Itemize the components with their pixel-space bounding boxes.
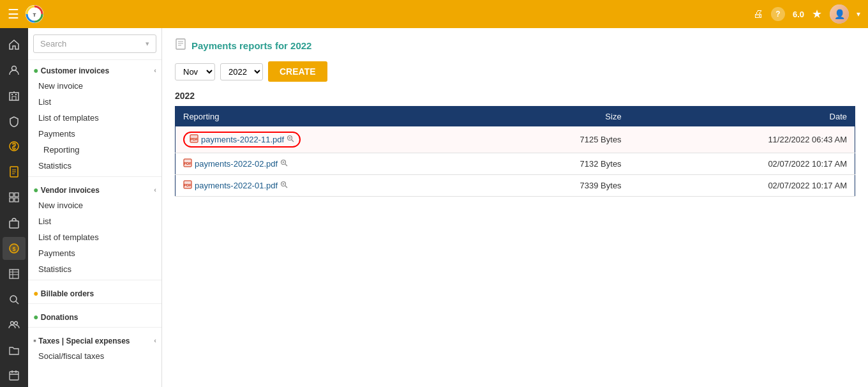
hamburger-icon[interactable]: ☰ bbox=[8, 6, 19, 22]
billable-orders-header[interactable]: ● Billable orders bbox=[28, 283, 161, 301]
col-reporting: Reporting bbox=[176, 107, 493, 127]
create-button[interactable]: CREATE bbox=[268, 61, 327, 82]
date-cell-1: 11/22/2022 06:43 AM bbox=[629, 126, 855, 153]
divider-3 bbox=[28, 303, 161, 304]
svg-rect-11 bbox=[10, 198, 13, 202]
size-cell-2: 7132 Bytes bbox=[493, 153, 629, 175]
pdf-icon-3: PDF bbox=[183, 180, 192, 191]
nav-new-invoice-customer[interactable]: New invoice bbox=[28, 78, 161, 94]
search-container: Search ▾ bbox=[28, 28, 161, 60]
zoom-icon-1[interactable] bbox=[287, 135, 294, 144]
table-row: PDF payments-2022-01.pdf bbox=[176, 175, 855, 197]
billable-orders-dot: ● bbox=[33, 288, 38, 298]
sidebar-icon-building[interactable] bbox=[3, 84, 26, 107]
file-cell-1: PDF payments-2022-11.pdf bbox=[176, 126, 493, 153]
nav-social-fiscal[interactable]: Social/fiscal taxes bbox=[28, 348, 161, 364]
svg-rect-17 bbox=[10, 269, 19, 278]
sidebar-icon-shield[interactable] bbox=[3, 110, 26, 133]
customer-invoices-label: Customer invoices bbox=[41, 66, 109, 75]
divider-2 bbox=[28, 280, 161, 280]
avatar-chevron-icon[interactable]: ▾ bbox=[857, 10, 860, 19]
file-link-3[interactable]: payments-2022-01.pdf bbox=[195, 181, 278, 190]
date-cell-2: 02/07/2022 10:17 AM bbox=[629, 153, 855, 175]
help-icon[interactable]: ? bbox=[771, 7, 785, 21]
page-header-icon bbox=[175, 38, 186, 52]
nav-list-vendor[interactable]: List bbox=[28, 213, 161, 229]
nav-statistics-vendor[interactable]: Statistics bbox=[28, 261, 161, 277]
content-area: Payments reports for 2022 JanFebMarApr M… bbox=[162, 28, 868, 387]
svg-point-19 bbox=[11, 322, 14, 325]
vendor-invoices-header[interactable]: ● Vendor invoices ‹ bbox=[28, 179, 161, 197]
vendor-invoices-dot: ● bbox=[33, 185, 38, 195]
search-placeholder: Search bbox=[40, 39, 66, 49]
sidebar-icon-folder[interactable] bbox=[3, 338, 26, 361]
icon-sidebar: $ bbox=[0, 28, 28, 387]
file-link-2[interactable]: payments-2022-02.pdf bbox=[195, 159, 278, 169]
sidebar-icon-dollar[interactable] bbox=[3, 135, 26, 158]
favorites-icon[interactable]: ★ bbox=[812, 7, 822, 21]
col-date: Date bbox=[629, 107, 855, 127]
page-header: Payments reports for 2022 bbox=[175, 38, 855, 52]
svg-rect-22 bbox=[176, 39, 185, 49]
svg-point-18 bbox=[10, 296, 17, 302]
svg-rect-6 bbox=[15, 94, 17, 95]
topbar: ☰ T 🖨 ? 6.0 ★ 👤 ▾ bbox=[0, 0, 868, 28]
sidebar-icon-invoice[interactable] bbox=[3, 160, 26, 183]
customer-invoices-header[interactable]: ● Customer invoices ‹ bbox=[28, 60, 161, 78]
date-cell-3: 02/07/2022 10:17 AM bbox=[629, 175, 855, 197]
nav-payments-customer[interactable]: Payments bbox=[28, 126, 161, 142]
sidebar-icon-calendar[interactable] bbox=[3, 364, 26, 387]
sidebar-icon-home[interactable] bbox=[3, 33, 26, 56]
billable-orders-label: Billable orders bbox=[41, 289, 94, 298]
nav-sidebar: Search ▾ ● Customer invoices ‹ New invoi… bbox=[28, 28, 162, 387]
file-cell-2: PDF payments-2022-02.pdf bbox=[176, 153, 493, 175]
pdf-icon-2: PDF bbox=[183, 158, 192, 169]
file-link-1[interactable]: payments-2022-11.pdf bbox=[201, 135, 284, 144]
nav-new-invoice-vendor[interactable]: New invoice bbox=[28, 197, 161, 213]
nav-statistics-customer[interactable]: Statistics bbox=[28, 158, 161, 174]
taxes-dot: ▪ bbox=[33, 335, 36, 345]
divider-1 bbox=[28, 176, 161, 177]
topbar-left: ☰ T bbox=[8, 5, 43, 23]
year-select[interactable]: 2022 2021 2020 bbox=[220, 63, 263, 80]
svg-rect-10 bbox=[15, 193, 19, 197]
table-row: PDF payments-2022-11.pdf bbox=[176, 126, 855, 153]
search-input[interactable]: Search ▾ bbox=[33, 34, 156, 53]
svg-rect-21 bbox=[10, 372, 19, 380]
sidebar-icon-coin[interactable]: $ bbox=[3, 237, 26, 260]
nav-list-templates-vendor[interactable]: List of templates bbox=[28, 229, 161, 245]
month-select[interactable]: JanFebMarApr MayJunJulAug SepOctNovDec bbox=[175, 63, 215, 80]
donations-dot: ● bbox=[33, 312, 38, 322]
page-title: Payments reports for 2022 bbox=[191, 40, 311, 51]
sidebar-icon-table[interactable] bbox=[3, 262, 26, 285]
payments-table: Reporting Size Date PDF bbox=[175, 106, 855, 197]
sidebar-icon-person[interactable] bbox=[3, 59, 26, 82]
zoom-icon-3[interactable] bbox=[280, 181, 288, 190]
main-layout: $ bbox=[0, 28, 868, 387]
donations-header[interactable]: ● Donations bbox=[28, 307, 161, 324]
vendor-invoices-chevron-icon: ‹ bbox=[154, 186, 156, 194]
nav-payments-vendor[interactable]: Payments bbox=[28, 245, 161, 261]
table-row: PDF payments-2022-02.pdf bbox=[176, 153, 855, 175]
donations-label: Donations bbox=[41, 313, 79, 322]
svg-point-20 bbox=[15, 322, 18, 325]
size-cell-3: 7339 Bytes bbox=[493, 175, 629, 197]
taxes-header[interactable]: ▪ Taxes | Special expenses ‹ bbox=[28, 330, 161, 348]
svg-rect-9 bbox=[10, 193, 13, 197]
sidebar-icon-group[interactable] bbox=[3, 313, 26, 336]
sidebar-icon-bag[interactable] bbox=[3, 211, 26, 234]
svg-rect-5 bbox=[11, 94, 13, 95]
col-size: Size bbox=[493, 107, 629, 127]
pdf-icon-1: PDF bbox=[190, 134, 198, 145]
sidebar-icon-search[interactable] bbox=[3, 288, 26, 311]
sidebar-icon-grid[interactable] bbox=[3, 186, 26, 209]
nav-list-templates-customer[interactable]: List of templates bbox=[28, 110, 161, 126]
zoom-icon-2[interactable] bbox=[280, 159, 288, 169]
user-avatar[interactable]: 👤 bbox=[830, 4, 849, 24]
size-cell-1: 7125 Bytes bbox=[493, 126, 629, 153]
print-icon[interactable]: 🖨 bbox=[753, 8, 763, 20]
nav-list-customer[interactable]: List bbox=[28, 94, 161, 110]
nav-reporting-customer[interactable]: Reporting bbox=[28, 142, 161, 158]
svg-rect-13 bbox=[10, 221, 19, 228]
taxes-label: Taxes | Special expenses bbox=[38, 337, 130, 345]
